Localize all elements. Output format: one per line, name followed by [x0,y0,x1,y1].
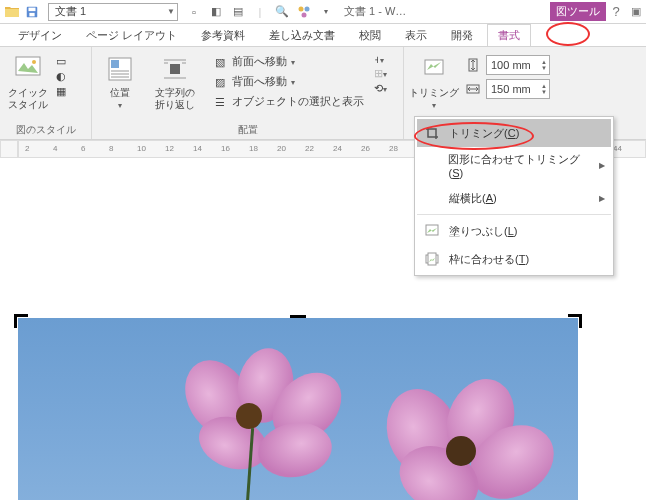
svg-rect-2 [29,12,34,16]
width-input[interactable]: 150 mm ▲▼ [486,79,550,99]
svg-rect-9 [111,60,119,68]
chevron-down-icon: ▼ [167,7,175,16]
style-effects-icon[interactable]: ◐ [56,70,66,83]
save-icon[interactable] [24,4,40,20]
menu-crop-shape-label: 図形に合わせてトリミング(S) [448,152,591,179]
fit-icon [423,250,441,268]
folder-icon[interactable] [4,4,20,20]
ruler-tick: 20 [277,144,286,153]
tab-view[interactable]: 表示 [395,25,437,46]
chevron-down-icon: ▾ [118,101,122,110]
crop-icon [418,53,450,85]
menu-aspect-ratio[interactable]: 縦横比(A) ▶ [417,184,611,212]
ruler-tick: 16 [221,144,230,153]
tab-page-layout[interactable]: ページ レイアウト [76,25,187,46]
qa-icon-3[interactable]: ▤ [230,4,246,20]
align-icon[interactable]: ⫞▾ [374,53,387,65]
menu-fit[interactable]: 枠に合わせる(T) [417,245,611,273]
document-canvas[interactable] [18,310,636,500]
menu-fill[interactable]: 塗りつぶし(L) [417,217,611,245]
menu-crop[interactable]: トリミング(C) [417,119,611,147]
contextual-tab[interactable]: 図ツール [550,2,606,21]
selection-pane-label: オブジェクトの選択と表示 [232,95,364,109]
ruler-tick: 24 [333,144,342,153]
svg-point-4 [305,6,310,11]
svg-rect-1 [29,7,36,11]
bring-forward-button[interactable]: ▧ 前面へ移動 ▾ [208,53,368,71]
ruler-tick: 26 [361,144,370,153]
crop-dropdown-menu: トリミング(C) 図形に合わせてトリミング(S) ▶ 縦横比(A) ▶ 塗りつぶ… [414,116,614,276]
qa-icon-2[interactable]: ◧ [208,4,224,20]
rotate-icon[interactable]: ⟲▾ [374,82,387,95]
menu-aspect-label: 縦横比(A) [449,191,497,206]
height-input[interactable]: 100 mm ▲▼ [486,55,550,75]
tab-design[interactable]: デザイン [8,25,72,46]
shape-icon [423,157,440,175]
wrap-label: 文字列の 折り返し [155,87,195,111]
menu-fill-label: 塗りつぶし(L) [449,224,517,239]
crop-small-icon [423,124,441,142]
svg-rect-13 [170,64,180,74]
qa-icon-1[interactable]: ▫ [186,4,202,20]
svg-point-7 [32,60,36,64]
position-icon [104,53,136,85]
spinner-icon[interactable]: ▲▼ [541,59,547,71]
spinner-icon[interactable]: ▲▼ [541,83,547,95]
group-styles: クイック スタイル ▭ ◐ ▦ 図のスタイル [0,47,92,139]
qa-more-icon[interactable]: ▾ [318,4,334,20]
document-dropdown[interactable]: 文書 1 ▼ [48,3,178,21]
fill-icon [423,222,441,240]
ruler-tick: 12 [165,144,174,153]
svg-point-5 [302,12,307,17]
tab-developer[interactable]: 開発 [441,25,483,46]
width-icon [464,80,482,98]
app-title: 文書 1 - W… [340,4,406,19]
svg-rect-21 [426,225,438,235]
send-backward-button[interactable]: ▨ 背面へ移動 ▾ [208,73,368,91]
selected-image[interactable] [18,318,578,500]
ruler-tick: 44 [613,144,622,153]
style-layout-icon[interactable]: ▦ [56,85,66,98]
height-icon [464,56,482,74]
width-row: 150 mm ▲▼ [464,79,550,99]
svg-rect-23 [428,253,436,265]
submenu-arrow-icon: ▶ [599,194,605,203]
menu-fit-label: 枠に合わせる(T) [449,252,529,267]
tab-mailings[interactable]: 差し込み文書 [259,25,345,46]
chevron-down-icon: ▾ [432,101,436,110]
tab-review[interactable]: 校閲 [349,25,391,46]
crop-button[interactable]: トリミング ▾ [410,51,458,110]
ruler-tick: 6 [81,144,85,153]
width-value: 150 mm [491,83,531,95]
quick-styles-icon [12,53,44,85]
qa-sep: | [252,4,268,20]
quick-styles-button[interactable]: クイック スタイル [6,51,50,111]
help-button[interactable]: ? [606,4,626,19]
group-icon[interactable]: ⊞▾ [374,67,387,80]
tab-format[interactable]: 書式 [487,24,531,47]
selection-pane-button[interactable]: ☰ オブジェクトの選択と表示 [208,93,368,111]
menu-separator [417,214,611,215]
wrap-button[interactable]: 文字列の 折り返し [148,51,202,111]
menu-crop-label: トリミング(C) [449,126,519,141]
send-backward-icon: ▨ [212,74,228,90]
menu-crop-to-shape[interactable]: 図形に合わせてトリミング(S) ▶ [417,147,611,184]
ruler-tick: 18 [249,144,258,153]
send-backward-label: 背面へ移動 [232,75,287,89]
bring-forward-icon: ▧ [212,54,228,70]
submenu-arrow-icon: ▶ [599,161,605,170]
ribbon-collapse-icon[interactable]: ▣ [626,5,646,18]
group-styles-label: 図のスタイル [6,121,85,137]
ruler-tick: 10 [137,144,146,153]
aspect-icon [423,189,441,207]
style-border-icon[interactable]: ▭ [56,55,66,68]
tab-references[interactable]: 参考資料 [191,25,255,46]
position-button[interactable]: 位置 ▾ [98,51,142,110]
crop-label: トリミング [409,87,459,99]
chevron-down-icon: ▾ [291,58,295,67]
group-arrange: 位置 ▾ 文字列の 折り返し ▧ 前面へ移動 ▾ ▨ 背面へ移動 ▾ [92,47,404,139]
qa-icon-4[interactable]: 🔍 [274,4,290,20]
qa-icon-5[interactable] [296,4,312,20]
ruler-tick: 4 [53,144,57,153]
position-label: 位置 [110,87,130,99]
